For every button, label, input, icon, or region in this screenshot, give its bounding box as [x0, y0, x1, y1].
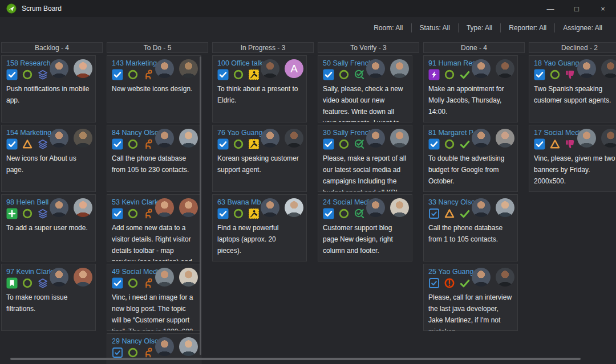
circle-green-icon: [338, 138, 350, 150]
circle-green-icon: [127, 69, 139, 80]
filter-room[interactable]: Room: All: [366, 24, 411, 32]
card-description: Call the phone database from 1 to 105 co…: [428, 222, 513, 245]
circle-green-icon: [22, 69, 33, 80]
task-solid-icon: [6, 138, 18, 150]
card[interactable]: 63 Bwana Mb...Find a new powerful laptop…: [212, 194, 307, 261]
construction-yellow-icon: [248, 138, 260, 150]
task-solid-icon: [323, 208, 334, 219]
column-scrollbar[interactable]: [200, 56, 201, 355]
column-todo: To Do - 5143 Marketing ...New website ic…: [107, 42, 208, 364]
close-button[interactable]: ×: [590, 0, 616, 17]
plus-green-icon: [6, 208, 18, 219]
card-avatars: [472, 59, 514, 78]
card[interactable]: 154 Marketing ...New icons for About us …: [1, 125, 96, 192]
card-avatars: [50, 59, 92, 78]
card[interactable]: 33 Nancy OlsonCall the phone database fr…: [423, 194, 518, 261]
card[interactable]: 143 Marketing ...New website icons desig…: [107, 55, 201, 122]
card[interactable]: 158 Research ...Push notifications in mo…: [1, 55, 96, 122]
card-avatars: [155, 59, 198, 78]
window-controls: —□×: [537, 0, 616, 17]
filter-type[interactable]: Type: All: [459, 24, 500, 32]
card[interactable]: 30 Sally FrenchPlease, make a report of …: [318, 125, 412, 192]
titlebar: Scrum Board —□×: [0, 0, 616, 17]
card-avatars: [472, 268, 514, 287]
card[interactable]: 17 Social MediaVinc, please, given me tw…: [529, 125, 616, 192]
filter-reporter[interactable]: Reporter: All: [501, 24, 554, 32]
layers-blue-icon: [37, 208, 48, 219]
filter-bar: Room: AllStatus: AllType: AllReporter: A…: [0, 17, 616, 39]
avatar: [601, 59, 616, 78]
task-solid-icon: [217, 208, 229, 219]
horizontal-scrollbar-thumb[interactable]: [10, 358, 581, 360]
column-header: To Verify - 3: [318, 42, 419, 53]
column-header: In Progress - 3: [212, 42, 314, 53]
card-avatars: [155, 337, 198, 356]
task-solid-icon: [534, 69, 545, 80]
avatar: [179, 59, 198, 78]
card-list: 100 Office talksATo think about a presen…: [212, 55, 314, 261]
card[interactable]: 25 Yao GuangPlease, call for an intervie…: [423, 264, 518, 331]
avatar: [390, 59, 409, 78]
avatar: [155, 198, 174, 217]
card[interactable]: 84 Nancy OlsonCall the phone database fr…: [107, 125, 201, 192]
avatar: [285, 129, 303, 148]
card-description: Send me the list of our new: [112, 361, 196, 364]
avatar: [179, 198, 198, 217]
task-solid-icon: [534, 138, 545, 150]
horizontal-scrollbar[interactable]: [0, 357, 616, 361]
avatar: [577, 59, 596, 78]
check-green-icon: [459, 277, 471, 289]
card[interactable]: 49 Social MediaVinc, i need an image for…: [107, 264, 201, 331]
card[interactable]: 24 Social MediaCustomer support blog pag…: [318, 194, 412, 261]
task-solid-icon: [428, 138, 440, 150]
avatar: [179, 268, 198, 287]
layers-blue-icon: [37, 138, 48, 150]
circle-green-icon: [22, 277, 33, 289]
avatar: [261, 129, 279, 148]
board: Backlog - 4158 Research ...Push notifica…: [1, 42, 616, 364]
column-inprogress: In Progress - 3100 Office talksATo think…: [212, 42, 314, 364]
card-description: Vinc, i need an image for a new blog pos…: [112, 292, 196, 331]
card[interactable]: 91 Human Res...Make an appointment for M…: [423, 55, 518, 122]
circle-green-icon: [549, 69, 561, 80]
card-description: Find a new powerful laptops (approx. 20 …: [217, 222, 302, 256]
thumbsdown-pink-icon: [565, 138, 576, 150]
card[interactable]: 18 Yao GuangTwo Spanish speaking custome…: [529, 55, 616, 122]
minimize-button[interactable]: —: [537, 0, 564, 17]
task-solid-icon: [323, 69, 334, 80]
circle-green-icon: [127, 277, 139, 289]
card[interactable]: 100 Office talksATo think about a presen…: [212, 55, 307, 122]
task-solid-icon: [112, 277, 123, 289]
card-avatars: [577, 129, 616, 148]
card-list: 143 Marketing ...New website icons desig…: [107, 55, 208, 364]
avatar: [74, 129, 92, 148]
card-avatars: [366, 198, 409, 217]
avatar: [50, 59, 68, 78]
check-green-icon: [459, 138, 471, 150]
card[interactable]: 97 Kevin ClarkeTo make room issue filtra…: [1, 264, 96, 331]
filter-status[interactable]: Status: All: [412, 24, 458, 32]
column-header: Done - 4: [423, 42, 525, 53]
avatar: [261, 198, 279, 217]
card-description: Vinc, please, given me two banners by Fr…: [534, 153, 616, 187]
card-avatars: [155, 129, 198, 148]
avatar: [496, 59, 514, 78]
maximize-button[interactable]: □: [564, 0, 590, 17]
circle-green-icon: [127, 208, 139, 219]
avatar: [496, 268, 514, 287]
avatar: [155, 59, 174, 78]
column-header: Backlog - 4: [1, 42, 103, 53]
person-orange-icon: [143, 208, 154, 219]
card[interactable]: 53 Kevin ClarkeAdd some new data to a vi…: [107, 194, 201, 261]
task-solid-icon: [112, 138, 123, 150]
avatar-initial: A: [285, 59, 303, 78]
card[interactable]: 50 Sally FrenchSally, please, check a ne…: [318, 55, 412, 122]
card[interactable]: 76 Yao GuangKorean speaking customer sup…: [212, 125, 307, 192]
card[interactable]: 81 Margaret P...To double the advertisin…: [423, 125, 518, 192]
task-solid-icon: [217, 69, 229, 80]
card[interactable]: 98 Helen BellTo add a super user mode.: [1, 194, 96, 261]
filter-assignee[interactable]: Assignee: All: [555, 24, 610, 32]
task-solid-icon: [323, 138, 334, 150]
task-outline-icon: [428, 277, 440, 289]
app-logo-icon: [6, 3, 17, 14]
